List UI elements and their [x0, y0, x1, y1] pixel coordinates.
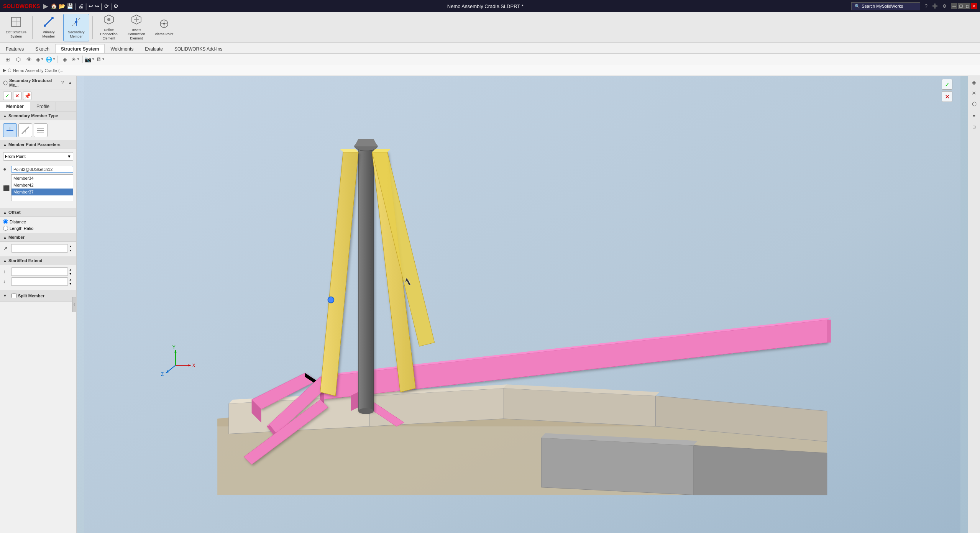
panel-expand-icon[interactable]: ▲ [67, 80, 73, 86]
member-value-field[interactable]: 466.9083707mm [11, 246, 67, 251]
member-section-header[interactable]: ▲ Member [0, 233, 76, 242]
type-btn-3[interactable] [34, 123, 48, 137]
options-icon[interactable]: ⚙ [113, 3, 118, 9]
tab-row: Member Profile [0, 102, 76, 112]
solidworks-resources-button[interactable]: ⊞ [969, 122, 979, 132]
ok-button[interactable]: ✓ [3, 92, 11, 100]
exit-structure-button[interactable]: Exit Structure System [3, 14, 29, 41]
tab-solidworks-addins[interactable]: SOLIDWORKS Add-Ins [169, 44, 228, 53]
insert-connection-button[interactable]: Insert Connection Element [123, 14, 149, 41]
point-select-icon[interactable]: ● [3, 166, 10, 172]
type-btn-2[interactable] [18, 123, 32, 137]
panel-help-icon[interactable]: ? [59, 80, 66, 86]
panel-collapse-button[interactable]: ‹ [72, 297, 77, 312]
cancel-button[interactable]: ✕ [13, 92, 21, 100]
primary-member-icon [43, 16, 54, 30]
svg-point-8 [75, 21, 77, 23]
view-hide-btn[interactable]: 👁 [25, 55, 34, 64]
end-extend-input[interactable]: 0.00mm ▲ ▼ [11, 277, 73, 286]
close-button[interactable]: ✕ [971, 3, 977, 9]
end-spinner: ▲ ▼ [67, 277, 73, 286]
main-toolbar: Exit Structure System Primary Member Sec… [0, 12, 980, 43]
minimize-icon[interactable]: ➕ [932, 3, 938, 9]
from-point-dropdown[interactable]: From Point ▼ [3, 152, 73, 161]
view-scene-btn[interactable]: 🌐▼ [46, 55, 55, 64]
help-icon[interactable]: ? [925, 3, 927, 9]
primary-member-button[interactable]: Primary Member [36, 14, 62, 41]
view-snapshot-btn[interactable]: 🖥▼ [96, 55, 105, 64]
member-spin-down[interactable]: ▼ [68, 248, 73, 253]
viewport-ok-button[interactable]: ✓ [942, 79, 952, 90]
maximize-button[interactable]: □ [964, 3, 970, 9]
member-point-params-header[interactable]: ▲ Member Point Parameters [0, 140, 76, 149]
length-ratio-radio[interactable] [3, 226, 8, 231]
member-input-row: ↗ 466.9083707mm ▲ ▼ [3, 244, 73, 253]
viewport-cancel-button[interactable]: ✕ [942, 91, 952, 102]
redo-icon[interactable]: ↪ [95, 3, 99, 9]
offset-content: Distance Length Ratio [0, 217, 76, 233]
end-spin-down[interactable]: ▼ [68, 282, 73, 286]
decals-button[interactable]: ⬡ [969, 99, 979, 109]
pierce-point-button[interactable]: Pierce Point [151, 14, 177, 41]
view-section-btn[interactable]: ⬡ [14, 55, 23, 64]
secondary-member-type-header[interactable]: ▲ Secondary Member Type [0, 112, 76, 120]
view-appearance-btn[interactable]: ◈ [60, 55, 69, 64]
secondary-member-type-label: Secondary Member Type [8, 113, 58, 118]
rebuild-icon[interactable]: ⟳ [104, 3, 109, 9]
distance-radio[interactable] [3, 219, 8, 224]
start-end-extend-header[interactable]: ▲ Start/End Extend [0, 256, 76, 265]
split-member-header[interactable]: ▼ Split Member [0, 290, 76, 302]
restore-button[interactable]: ❐ [958, 3, 964, 9]
view-camera-btn[interactable]: 📷▼ [85, 55, 94, 64]
secondary-member-button[interactable]: Secondary Member [63, 14, 89, 41]
end-extend-row: ↓ 0.00mm ▲ ▼ [3, 277, 73, 286]
type-btn-1[interactable] [3, 123, 17, 137]
from-point-value: From Point [5, 154, 26, 159]
offset-header[interactable]: ▲ Offset [0, 208, 76, 217]
svg-line-3 [45, 18, 53, 26]
tab-structure-system[interactable]: Structure System [55, 44, 105, 53]
member-item-37[interactable]: Member37 [11, 189, 73, 195]
member-spin-up[interactable]: ▲ [68, 244, 73, 248]
save-icon[interactable]: 💾 [67, 3, 73, 9]
appearance-button[interactable]: ◈ [969, 77, 979, 87]
define-connection-button[interactable]: Define Connection Element [96, 14, 122, 41]
member-value-input[interactable]: 466.9083707mm ▲ ▼ [11, 244, 73, 253]
secondary-member-label: Secondary Member [65, 30, 87, 39]
member-select-icon[interactable]: ⬛ [3, 185, 10, 191]
start-end-extend-label: Start/End Extend [8, 258, 43, 263]
split-member-row[interactable]: Split Member [8, 292, 48, 300]
offset-collapse-icon: ▲ [3, 210, 7, 215]
minimize-button[interactable]: — [951, 3, 957, 9]
point-input-field[interactable]: Point2@3DSketch12 [11, 166, 73, 173]
new-file-icon[interactable]: 🏠 [51, 3, 57, 9]
tab-evaluate[interactable]: Evaluate [139, 44, 169, 53]
end-spin-up[interactable]: ▲ [68, 277, 73, 282]
split-member-checkbox[interactable] [11, 293, 16, 298]
start-extend-field[interactable]: 0.00mm [11, 269, 67, 274]
start-spin-down[interactable]: ▼ [68, 272, 73, 276]
print-icon[interactable]: 🖨 [78, 3, 84, 9]
scene-button[interactable]: ☀ [969, 88, 979, 98]
svg-marker-43 [827, 320, 831, 343]
pin-button[interactable]: 📌 [23, 92, 31, 100]
tab-features[interactable]: Features [0, 44, 30, 53]
undo-icon[interactable]: ↩ [89, 3, 93, 9]
settings2-icon[interactable]: ⚙ [942, 3, 947, 9]
member-item-42[interactable]: Member42 [11, 182, 73, 189]
member-item-34[interactable]: Member34 [11, 175, 73, 182]
view-orientation-btn[interactable]: ⊞ [3, 55, 12, 64]
search-bar[interactable]: 🔍 Search MySolidWorks [851, 2, 920, 10]
tab-sketch[interactable]: Sketch [30, 44, 55, 53]
end-extend-field[interactable]: 0.00mm [11, 279, 67, 284]
view-lights-btn[interactable]: ☀▼ [71, 55, 80, 64]
tab-weldments[interactable]: Weldments [105, 44, 139, 53]
split-member-collapse-icon: ▼ [3, 294, 7, 298]
start-spin-up[interactable]: ▲ [68, 267, 73, 272]
display-manager-button[interactable]: ≡ [969, 111, 979, 121]
start-extend-input[interactable]: 0.00mm ▲ ▼ [11, 267, 73, 276]
tab-member[interactable]: Member [0, 102, 30, 111]
view-display-btn[interactable]: ◈▼ [35, 55, 44, 64]
open-icon[interactable]: 📂 [59, 3, 65, 9]
tab-profile[interactable]: Profile [30, 102, 56, 111]
